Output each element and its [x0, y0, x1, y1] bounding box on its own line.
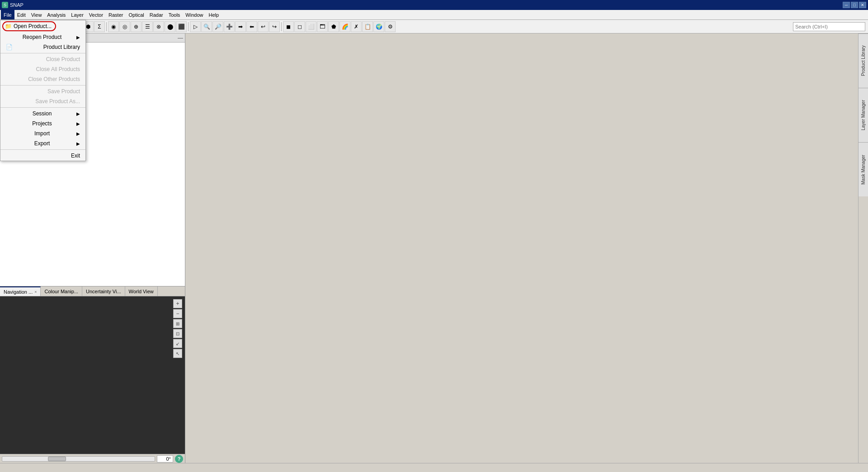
menu-item-save-product-as: Save Product As...	[0, 96, 85, 106]
menu-label-save-product: Save Product	[47, 88, 80, 95]
menu-arrow-export: ▶	[76, 141, 80, 146]
menu-item-product-library[interactable]: 📄Product Library	[0, 42, 85, 52]
menu-item-import[interactable]: Import▶	[0, 129, 85, 138]
open-product-highlighted-label: 📁Open Product...	[2, 21, 56, 31]
menu-label-exit: Exit	[71, 153, 80, 159]
menu-label-save-product-as: Save Product As...	[35, 98, 80, 105]
menu-item-exit[interactable]: Exit	[0, 151, 85, 161]
menu-item-open-product[interactable]: 📁Open Product...	[0, 20, 85, 32]
menu-arrow-session: ▶	[76, 111, 80, 116]
menu-item-close-all: Close All Products	[0, 64, 85, 74]
menu-separator-7	[0, 85, 85, 86]
open-product-label: Open Product...	[14, 23, 52, 29]
menu-arrow-reopen-product: ▶	[76, 35, 80, 40]
menu-label-export: Export	[34, 140, 50, 147]
menu-label-close-all: Close All Products	[36, 66, 80, 72]
menu-item-export[interactable]: Export▶	[0, 138, 85, 148]
menu-separator-10	[0, 107, 85, 108]
menu-label-product-library: Product Library	[43, 44, 80, 50]
menu-item-reopen-product[interactable]: Reopen Product▶	[0, 32, 85, 42]
menu-item-projects[interactable]: Projects▶	[0, 119, 85, 129]
menu-label-import: Import	[34, 130, 50, 137]
menu-item-close-other: Close Other Products	[0, 74, 85, 84]
menu-label-session: Session	[33, 110, 52, 117]
file-menu-dropdown: 📁Open Product...Reopen Product▶📄Product …	[0, 20, 86, 161]
menu-label-close-product: Close Product	[46, 56, 80, 62]
menu-label-projects: Projects	[32, 120, 52, 127]
dropdown-overlay[interactable]	[0, 0, 868, 472]
menu-arrow-projects: ▶	[76, 121, 80, 126]
menu-separator-3	[0, 53, 85, 53]
menu-separator-15	[0, 149, 85, 150]
menu-label-close-other: Close Other Products	[28, 76, 80, 82]
menu-arrow-import: ▶	[76, 131, 80, 136]
menu-label-reopen-product: Reopen Product	[23, 34, 62, 40]
open-product-icon: 📁	[5, 23, 12, 29]
menu-icon-product-library: 📄	[6, 44, 13, 50]
menu-item-close-product: Close Product	[0, 54, 85, 64]
menu-item-save-product: Save Product	[0, 86, 85, 96]
menu-item-session[interactable]: Session▶	[0, 109, 85, 119]
